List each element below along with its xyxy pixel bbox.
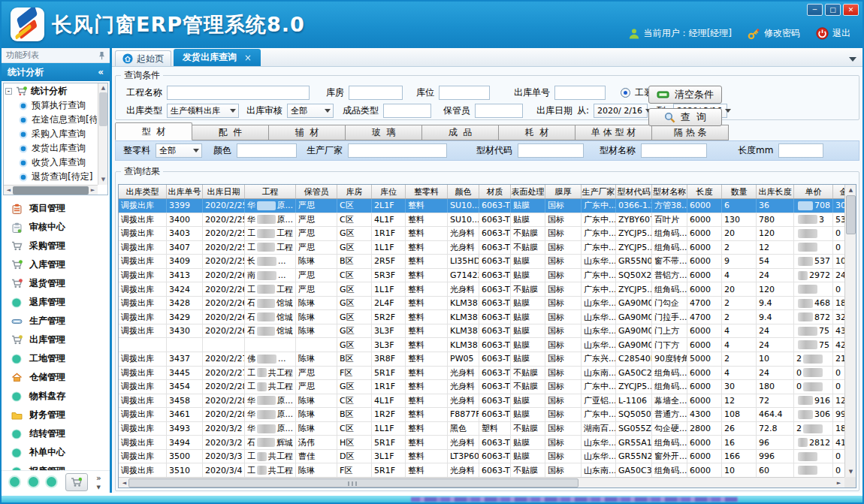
sidebar-menu-item[interactable]: 审核中心 <box>2 218 110 237</box>
column-header[interactable]: 金额 <box>833 185 844 199</box>
column-header[interactable]: 库位 <box>372 185 406 199</box>
sidebar-menu-item[interactable]: 报废管理 <box>2 462 110 470</box>
column-header[interactable]: 数量 <box>722 185 757 199</box>
column-header[interactable]: 整零料 <box>406 185 448 199</box>
table-row[interactable]: 调拨出库34292020/2/26石馆城陈琳G区5R2F整料KLM3817606… <box>119 310 844 324</box>
date-from-picker[interactable]: 2020/ 2/16 <box>594 104 648 118</box>
logout-button[interactable]: 退出 <box>816 27 850 40</box>
column-header[interactable]: 出库单号 <box>167 185 203 199</box>
table-row[interactable]: 调拨出库34612020/2/28华原...陈琳B区1R2F整料F8877FT6… <box>119 408 844 422</box>
table-row[interactable]: 调拨出库34452020/2/27工共工程严思F区5R1F整料光身料6063-T… <box>119 367 844 381</box>
tree-item[interactable]: 预算执行查询 <box>5 98 97 113</box>
close-button[interactable]: ✕ <box>843 4 859 16</box>
project-name-input[interactable] <box>167 86 310 100</box>
profile-code-input[interactable] <box>518 143 584 158</box>
footer-dot-icon[interactable] <box>29 477 38 487</box>
column-header[interactable]: 保管员 <box>296 185 337 199</box>
tree-item[interactable]: 退货查询[待定] <box>5 170 97 184</box>
material-tab[interactable]: 辅 材 <box>268 125 346 140</box>
table-row[interactable]: 调拨出库34942020/3/2石辉城汤伟H区5R1F整料光身料6063-T5贴… <box>119 436 844 450</box>
product-type-input[interactable] <box>383 104 431 118</box>
table-row[interactable]: 调拨出库34242020/2/26工工程严思G区1L1F整料光身料6063-T5… <box>119 282 844 297</box>
table-row[interactable]: 调拨出库34092020/2/25长...陈琳B区2R5F整料LI35HD606… <box>119 255 844 269</box>
sidebar-menu-item[interactable]: 仓储管理 <box>2 368 110 387</box>
tree-item[interactable]: 收货入库查询 <box>5 155 97 170</box>
clear-conditions-button[interactable]: 清空条件 <box>648 86 722 104</box>
sidebar-menu-item[interactable]: 出库管理 <box>2 330 110 349</box>
column-header[interactable]: 材质 <box>479 185 511 199</box>
factory-input[interactable] <box>348 143 447 158</box>
part-type-select[interactable]: 全部 <box>156 143 202 158</box>
table-row[interactable]: 调拨出库34072020/2/25工工程严思G区1L1F整料光身料6063-T5… <box>119 241 844 255</box>
sidebar-menu-item[interactable]: 采购管理 <box>2 237 110 255</box>
sidebar-menu-item[interactable]: 工地管理 <box>2 349 110 368</box>
maximize-button[interactable]: □ <box>825 4 841 16</box>
tree-vertical-scrollbar[interactable]: ▲▼ <box>98 83 107 185</box>
tree-item[interactable]: 采购入库查询 <box>5 127 97 141</box>
table-row[interactable]: 调拨出库33992020/2/25华原...严思C区2L1F整料SU10...6… <box>119 199 844 213</box>
tree-root-statistics[interactable]: -统计分析 <box>5 84 97 98</box>
search-button[interactable]: 查 询 <box>648 108 722 126</box>
tab-close-icon[interactable]: × <box>244 53 252 63</box>
column-header[interactable]: 出库类型 <box>119 185 167 199</box>
profile-name-input[interactable] <box>641 143 707 158</box>
change-password-button[interactable]: 修改密码 <box>748 27 800 40</box>
tree-expander-icon[interactable]: - <box>5 88 12 95</box>
material-tab[interactable]: 耗 材 <box>498 125 575 140</box>
column-header[interactable]: 长度 <box>687 185 722 199</box>
column-header[interactable]: 生产厂家 <box>582 185 616 199</box>
out-type-select[interactable]: 生产领料出库 <box>167 104 239 118</box>
footer-dot-icon[interactable] <box>47 477 56 487</box>
column-header[interactable]: 颜色 <box>448 185 479 199</box>
pin-icon[interactable] <box>98 51 105 60</box>
table-row[interactable]: 调拨出库34932020/3/2华原...陈琳C区1L1F整料黑色塑料不贴膜国标… <box>119 422 844 436</box>
table-row[interactable]: 调拨出库35002020/3/3工共工程曹佳D区3L1F整料LT3P606063… <box>119 450 844 464</box>
table-row[interactable]: 调拨出库34032020/2/25工工程严思G区1R1F整料光身料6063-T5… <box>119 227 844 241</box>
column-header[interactable]: 型材代码 <box>616 185 652 199</box>
sidebar-menu-item[interactable]: 生产管理 <box>2 312 110 330</box>
footer-cart-button[interactable] <box>65 473 88 491</box>
color-input[interactable] <box>237 143 297 158</box>
column-header[interactable]: 出库日期 <box>203 185 245 199</box>
footer-overflow-button[interactable]: »▼ <box>96 474 101 490</box>
tree-item[interactable]: 发货出库查询 <box>5 141 97 155</box>
table-row[interactable]: 调拨出库34372020/2/27佛...陈琳B区3R8F整料PW056063-… <box>119 352 844 367</box>
sidebar-menu-item[interactable]: 结转管理 <box>2 424 110 443</box>
table-row[interactable]: 调拨出库34132020/2/26南...严思C区5R3F整料G71422606… <box>119 269 844 283</box>
material-tab[interactable]: 隔 热 条 <box>651 125 729 140</box>
material-tab[interactable]: 型 材 <box>115 122 192 140</box>
column-header[interactable]: 出库长度 <box>757 185 794 199</box>
material-tab[interactable]: 玻 璃 <box>345 125 422 140</box>
sidebar-menu-item[interactable]: 退货管理 <box>2 274 110 293</box>
industrial-radio[interactable] <box>621 88 630 98</box>
column-header[interactable]: 型材名称 <box>652 185 687 199</box>
sidebar-menu-item[interactable]: 财务管理 <box>2 406 110 424</box>
order-no-input[interactable] <box>554 86 606 100</box>
column-header[interactable]: 膜厚 <box>545 185 582 199</box>
tab-list-dropdown-icon[interactable] <box>849 57 856 62</box>
grid-vertical-scrollbar[interactable]: ▲▼ <box>844 185 856 477</box>
column-header[interactable]: 单价 <box>794 185 833 199</box>
table-row[interactable]: 调拨出库34282020/2/26石馆城陈琳G区2L4F整料KLM3817606… <box>119 297 844 311</box>
material-tab[interactable]: 单 体 型 材 <box>575 125 652 140</box>
table-row[interactable]: 调拨出库34582020/2/28华原...陈琳C区4L1F整料光身料6063-… <box>119 394 844 409</box>
sidebar-menu-item[interactable]: 退库管理 <box>2 293 110 312</box>
collapse-panel-button[interactable]: « <box>98 67 104 77</box>
table-row[interactable]: 调拨出库34002020/2/25华原...严思C区4L1F整料SU10...6… <box>119 213 844 228</box>
tree-item[interactable]: 在途信息查询[待 <box>5 113 97 127</box>
sidebar-menu-item[interactable]: 入库管理 <box>2 255 110 274</box>
footer-dot-icon[interactable] <box>10 477 20 487</box>
minimize-button[interactable]: ─ <box>807 4 823 16</box>
audit-select[interactable]: 全部 <box>287 104 334 118</box>
warehouse-input[interactable] <box>349 86 403 100</box>
sidebar-menu-item[interactable]: 补单中心 <box>2 443 110 462</box>
table-row[interactable]: G区3L3F整料KLM38176063-T5贴膜国标山东华...GA90M09.… <box>119 338 844 352</box>
length-input[interactable] <box>778 143 823 158</box>
column-header[interactable]: 工程 <box>245 185 296 199</box>
table-row[interactable]: 调拨出库35102020/3/4工共工程陈琳F区5R1F整料光身料6063-T5… <box>119 463 844 477</box>
location-input[interactable] <box>439 86 490 100</box>
table-row[interactable]: 调拨出库34302020/2/26石馆城陈琳G区3L3F整料KLM3817606… <box>119 324 844 339</box>
keeper-input[interactable] <box>475 104 523 118</box>
table-row[interactable]: 调拨出库34542020/2/28工共工程严思G区1R1F整料光身料6063-T… <box>119 380 844 394</box>
tab-shipping-query[interactable]: 发货出库查询 × <box>174 49 261 66</box>
